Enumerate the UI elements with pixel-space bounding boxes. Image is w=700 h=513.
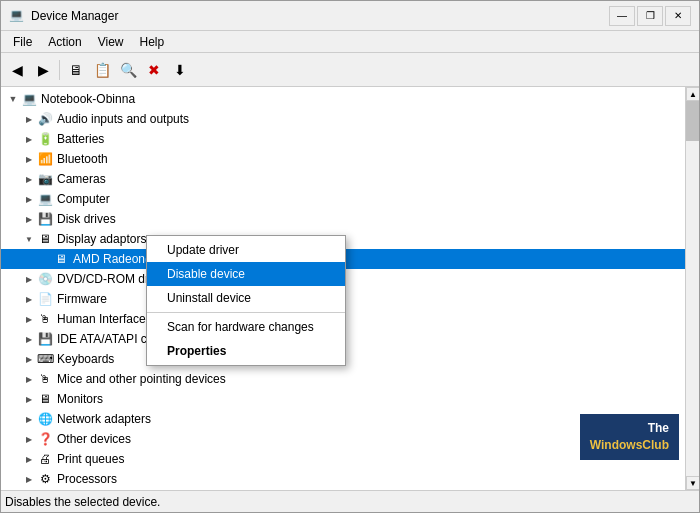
remove-button[interactable]: ✖ [142,58,166,82]
tree-item[interactable]: ▶🖥Monitors [1,389,685,409]
status-text: Disables the selected device. [5,495,160,509]
context-menu-item-properties[interactable]: Properties [147,339,345,363]
context-menu-item-uninstall-device[interactable]: Uninstall device [147,286,345,310]
item-label: Display adaptors [57,232,146,246]
item-icon: 🖱 [37,371,53,387]
tree-item[interactable]: ▶🖱Mice and other pointing devices [1,369,685,389]
context-menu-item-update-driver[interactable]: Update driver [147,238,345,262]
tree-item[interactable]: ▶📷Cameras [1,169,685,189]
item-label: Disk drives [57,212,116,226]
item-icon: 🖥 [37,391,53,407]
watermark-site: WindowsClub [590,438,669,452]
back-button[interactable]: ◀ [5,58,29,82]
tree-item[interactable]: ▶💻Computer [1,189,685,209]
root-expand-icon: ▼ [5,91,21,107]
expand-icon: ▶ [21,311,37,327]
item-label: Computer [57,192,110,206]
computer-button[interactable]: 🖥 [64,58,88,82]
item-label: Keyboards [57,352,114,366]
tree-item[interactable]: ▶🔋Batteries [1,129,685,149]
main-area: ▼ 💻 Notebook-Obinna ▶🔊Audio inputs and o… [1,87,699,490]
context-menu-separator [147,312,345,313]
root-label: Notebook-Obinna [41,92,135,106]
item-icon: 💿 [37,271,53,287]
menu-view[interactable]: View [90,33,132,51]
window-controls: — ❒ ✕ [609,6,691,26]
item-icon: 💾 [37,211,53,227]
expand-icon: ▶ [21,291,37,307]
item-label: Other devices [57,432,131,446]
item-label: Network adapters [57,412,151,426]
restore-button[interactable]: ❒ [637,6,663,26]
menu-file[interactable]: File [5,33,40,51]
item-icon: 🖥 [37,231,53,247]
expand-icon: ▶ [21,471,37,487]
expand-icon: ▶ [21,131,37,147]
expand-icon: ▶ [21,171,37,187]
scroll-track[interactable] [686,101,699,476]
item-icon: 💻 [37,191,53,207]
tree-item[interactable]: ▶🔊Audio inputs and outputs [1,109,685,129]
menu-help[interactable]: Help [132,33,173,51]
computer-icon: 💻 [21,91,37,107]
properties-button[interactable]: 📋 [90,58,114,82]
expand-icon [37,251,53,267]
expand-icon: ▶ [21,351,37,367]
menu-bar: File Action View Help [1,31,699,53]
item-icon: ❓ [37,431,53,447]
item-label: Mice and other pointing devices [57,372,226,386]
item-label: Monitors [57,392,103,406]
item-label: Cameras [57,172,106,186]
toolbar: ◀ ▶ 🖥 📋 🔍 ✖ ⬇ [1,53,699,87]
expand-icon: ▶ [21,331,37,347]
expand-icon: ▶ [21,411,37,427]
tree-item[interactable]: ▶📶Bluetooth [1,149,685,169]
window-title: Device Manager [31,9,118,23]
watermark: The WindowsClub [580,414,679,460]
scroll-thumb[interactable] [686,101,699,141]
scan-button[interactable]: 🔍 [116,58,140,82]
item-label: Print queues [57,452,124,466]
item-icon: 💾 [37,331,53,347]
expand-icon: ▶ [21,271,37,287]
close-button[interactable]: ✕ [665,6,691,26]
expand-icon: ▶ [21,111,37,127]
item-icon: 🌐 [37,411,53,427]
scroll-up-button[interactable]: ▲ [686,87,699,101]
item-label: Processors [57,472,117,486]
status-bar: Disables the selected device. [1,490,699,512]
context-menu-item-disable-device[interactable]: Disable device [147,262,345,286]
expand-icon: ▶ [21,191,37,207]
item-label: Bluetooth [57,152,108,166]
item-icon: 📶 [37,151,53,167]
expand-icon: ▶ [21,451,37,467]
tree-item[interactable]: ▶💾Disk drives [1,209,685,229]
item-icon: ⌨ [37,351,53,367]
tree-item[interactable]: ▶🔒Security devices [1,489,685,490]
item-label: Batteries [57,132,104,146]
scrollbar[interactable]: ▲ ▼ [685,87,699,490]
expand-icon: ▼ [21,231,37,247]
expand-icon: ▶ [21,391,37,407]
context-menu: Update driverDisable deviceUninstall dev… [146,235,346,366]
tree-root[interactable]: ▼ 💻 Notebook-Obinna [1,89,685,109]
context-menu-item-scan-for-hardware-changes[interactable]: Scan for hardware changes [147,315,345,339]
window-icon: 💻 [9,8,25,24]
item-icon: ⚙ [37,471,53,487]
item-icon: 🖥 [53,251,69,267]
update-button[interactable]: ⬇ [168,58,192,82]
expand-icon: ▶ [21,211,37,227]
menu-action[interactable]: Action [40,33,89,51]
scroll-down-button[interactable]: ▼ [686,476,699,490]
minimize-button[interactable]: — [609,6,635,26]
forward-button[interactable]: ▶ [31,58,55,82]
item-icon: 📷 [37,171,53,187]
item-icon: 🔋 [37,131,53,147]
item-label: Firmware [57,292,107,306]
item-icon: 🖱 [37,311,53,327]
title-bar: 💻 Device Manager — ❒ ✕ [1,1,699,31]
tree-item[interactable]: ▶⚙Processors [1,469,685,489]
expand-icon: ▶ [21,431,37,447]
expand-icon: ▶ [21,151,37,167]
item-icon: 📄 [37,291,53,307]
